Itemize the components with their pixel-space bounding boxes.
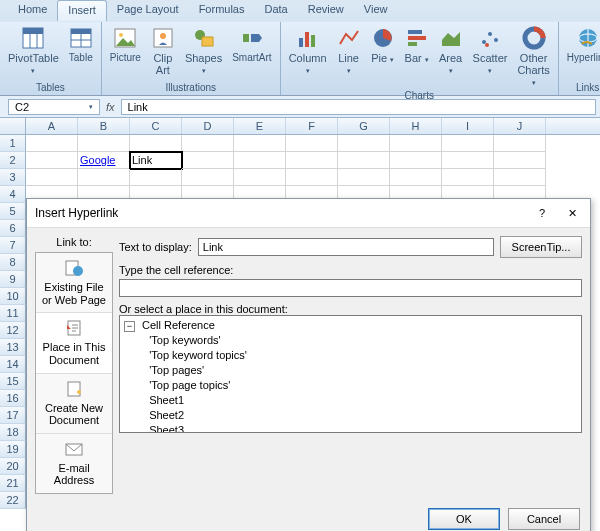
cell-D2[interactable] [182, 152, 234, 169]
cell-E1[interactable] [234, 135, 286, 152]
shapes-button[interactable]: Shapes ▾ [181, 24, 226, 77]
column-header-C[interactable]: C [130, 118, 182, 134]
cell-B1[interactable] [78, 135, 130, 152]
row-header-3[interactable]: 3 [0, 169, 26, 186]
pie-chart-button[interactable]: Pie ▾ [367, 24, 399, 66]
linkto-existing-file[interactable]: Existing File or Web Page [36, 253, 112, 313]
row-header-2[interactable]: 2 [0, 152, 26, 169]
text-to-display-input[interactable] [198, 238, 494, 256]
cell-D3[interactable] [182, 169, 234, 186]
cell-I3[interactable] [442, 169, 494, 186]
cell-D1[interactable] [182, 135, 234, 152]
row-header-17[interactable]: 17 [0, 407, 26, 424]
cell-J3[interactable] [494, 169, 546, 186]
cell-E2[interactable] [234, 152, 286, 169]
row-header-5[interactable]: 5 [0, 203, 26, 220]
row-header-11[interactable]: 11 [0, 305, 26, 322]
row-header-19[interactable]: 19 [0, 441, 26, 458]
tree-node[interactable]: − Cell Reference 'Top keywords' 'Top key… [124, 318, 579, 433]
select-all-corner[interactable] [0, 118, 26, 134]
cell-A2[interactable] [26, 152, 78, 169]
tree-leaf[interactable]: Sheet3 [140, 423, 579, 433]
row-header-14[interactable]: 14 [0, 356, 26, 373]
cell-H2[interactable] [390, 152, 442, 169]
tab-data[interactable]: Data [254, 0, 297, 21]
place-tree[interactable]: − Cell Reference 'Top keywords' 'Top key… [119, 315, 582, 433]
tree-leaf[interactable]: 'Top keywords' [140, 333, 579, 348]
area-chart-button[interactable]: Area ▾ [435, 24, 467, 77]
table-button[interactable]: Table [65, 24, 97, 65]
cell-J2[interactable] [494, 152, 546, 169]
column-header-H[interactable]: H [390, 118, 442, 134]
other-charts-button[interactable]: Other Charts ▾ [513, 24, 553, 89]
tab-view[interactable]: View [354, 0, 398, 21]
cell-C1[interactable] [130, 135, 182, 152]
cell-G1[interactable] [338, 135, 390, 152]
formula-input[interactable]: Link [121, 99, 596, 115]
cell-G3[interactable] [338, 169, 390, 186]
tab-formulas[interactable]: Formulas [189, 0, 255, 21]
cell-A3[interactable] [26, 169, 78, 186]
cell-G2[interactable] [338, 152, 390, 169]
cell-C2[interactable]: Link [130, 152, 182, 169]
column-header-G[interactable]: G [338, 118, 390, 134]
tree-leaf[interactable]: 'Top pages' [140, 363, 579, 378]
cell-F1[interactable] [286, 135, 338, 152]
column-chart-button[interactable]: Column ▾ [285, 24, 331, 77]
cell-reference-input[interactable] [119, 279, 582, 297]
cell-I1[interactable] [442, 135, 494, 152]
tab-insert[interactable]: Insert [57, 0, 107, 21]
screentip-button[interactable]: ScreenTip... [500, 236, 582, 258]
cell-B3[interactable] [78, 169, 130, 186]
linkto-email[interactable]: E-mail Address [36, 434, 112, 493]
row-header-20[interactable]: 20 [0, 458, 26, 475]
column-header-A[interactable]: A [26, 118, 78, 134]
row-header-18[interactable]: 18 [0, 424, 26, 441]
pivottable-button[interactable]: PivotTable ▾ [4, 24, 63, 77]
row-header-15[interactable]: 15 [0, 373, 26, 390]
tree-leaf[interactable]: 'Top keyword topics' [140, 348, 579, 363]
row-header-9[interactable]: 9 [0, 271, 26, 288]
column-header-E[interactable]: E [234, 118, 286, 134]
bar-chart-button[interactable]: Bar ▾ [401, 24, 433, 66]
smartart-button[interactable]: SmartArt [228, 24, 275, 65]
cell-A1[interactable] [26, 135, 78, 152]
close-button[interactable]: ✕ [560, 204, 584, 222]
column-header-F[interactable]: F [286, 118, 338, 134]
cell-I2[interactable] [442, 152, 494, 169]
tree-leaf[interactable]: 'Top page topics' [140, 378, 579, 393]
ok-button[interactable]: OK [428, 508, 500, 530]
tab-home[interactable]: Home [8, 0, 57, 21]
hyperlink-button[interactable]: Hyperlink [563, 24, 600, 65]
fx-icon[interactable]: fx [100, 101, 121, 113]
row-header-1[interactable]: 1 [0, 135, 26, 152]
row-header-21[interactable]: 21 [0, 475, 26, 492]
row-header-8[interactable]: 8 [0, 254, 26, 271]
row-header-7[interactable]: 7 [0, 237, 26, 254]
cell-H3[interactable] [390, 169, 442, 186]
tab-review[interactable]: Review [298, 0, 354, 21]
row-header-16[interactable]: 16 [0, 390, 26, 407]
cell-H1[interactable] [390, 135, 442, 152]
linkto-create-new[interactable]: Create New Document [36, 374, 112, 434]
tab-page-layout[interactable]: Page Layout [107, 0, 189, 21]
tree-toggle-icon[interactable]: − [124, 321, 135, 332]
column-header-J[interactable]: J [494, 118, 546, 134]
picture-button[interactable]: Picture [106, 24, 145, 65]
cancel-button[interactable]: Cancel [508, 508, 580, 530]
linkto-place-in-document[interactable]: Place in This Document [36, 313, 112, 373]
name-box[interactable]: C2 ▾ [8, 99, 100, 115]
row-header-13[interactable]: 13 [0, 339, 26, 356]
tree-leaf[interactable]: Sheet2 [140, 408, 579, 423]
cell-J1[interactable] [494, 135, 546, 152]
column-header-I[interactable]: I [442, 118, 494, 134]
column-header-B[interactable]: B [78, 118, 130, 134]
cell-F3[interactable] [286, 169, 338, 186]
cell-B2[interactable]: Google [78, 152, 130, 169]
row-header-10[interactable]: 10 [0, 288, 26, 305]
row-header-6[interactable]: 6 [0, 220, 26, 237]
cell-F2[interactable] [286, 152, 338, 169]
tree-leaf[interactable]: Sheet1 [140, 393, 579, 408]
row-header-12[interactable]: 12 [0, 322, 26, 339]
scatter-chart-button[interactable]: Scatter ▾ [469, 24, 512, 77]
